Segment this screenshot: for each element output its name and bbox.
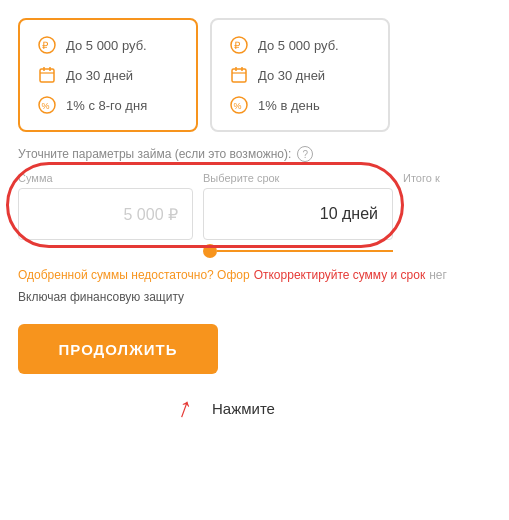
financial-protection-text: Включая финансовую защиту	[18, 290, 184, 304]
svg-text:₽: ₽	[234, 40, 241, 51]
amount-field-group: Сумма 5 000 ₽	[18, 172, 193, 240]
percent-icon-2: %	[228, 94, 250, 116]
card-1-text-1: До 5 000 руб.	[66, 38, 147, 53]
card-2-item-1: ₽ До 5 000 руб.	[228, 34, 372, 56]
card-2-item-2: До 30 дней	[228, 64, 372, 86]
card-1-item-2: До 30 дней	[36, 64, 180, 86]
params-label-text: Уточните параметры займа (если это возмо…	[18, 147, 291, 161]
card-1[interactable]: ₽ До 5 000 руб. До 30 дней %	[18, 18, 198, 132]
neg-link: нег	[429, 268, 447, 282]
term-value: 10 дней	[320, 205, 378, 223]
term-display: 10 дней	[203, 188, 393, 240]
card-2-text-2: До 30 дней	[258, 68, 325, 83]
inputs-row: Сумма 5 000 ₽ Выберите срок 10 дней Итог…	[18, 172, 491, 258]
amount-label: Сумма	[18, 172, 193, 184]
calendar-icon-2	[228, 64, 250, 86]
amount-input[interactable]: 5 000 ₽	[18, 188, 193, 240]
card-2[interactable]: ₽ До 5 000 руб. До 30 дней %	[210, 18, 390, 132]
nazhmite-text: Нажмите	[212, 400, 275, 417]
params-section: Уточните параметры займа (если это возмо…	[0, 146, 509, 258]
amount-placeholder: 5 000 ₽	[124, 205, 178, 224]
card-1-text-2: До 30 дней	[66, 68, 133, 83]
ruble-icon-1: ₽	[36, 34, 58, 56]
cards-container: ₽ До 5 000 руб. До 30 дней %	[0, 0, 509, 146]
svg-text:₽: ₽	[42, 40, 49, 51]
term-label: Выберите срок	[203, 172, 393, 184]
total-label: Итого к	[403, 172, 440, 184]
term-slider[interactable]	[203, 240, 393, 258]
slider-thumb[interactable]	[203, 244, 217, 258]
total-col: Итого к	[403, 172, 440, 188]
svg-rect-2	[40, 69, 54, 82]
help-icon[interactable]: ?	[297, 146, 313, 162]
params-label: Уточните параметры займа (если это возмо…	[18, 146, 491, 162]
card-1-text-3: 1% с 8-го дня	[66, 98, 147, 113]
svg-text:%: %	[42, 101, 50, 111]
term-field-group: Выберите срок 10 дней	[203, 172, 393, 258]
insufficient-link[interactable]: Одобренной суммы недостаточно? Офор	[18, 268, 250, 282]
svg-text:%: %	[234, 101, 242, 111]
card-1-item-3: % 1% с 8-го дня	[36, 94, 180, 116]
card-2-text-3: 1% в день	[258, 98, 320, 113]
card-2-item-3: % 1% в день	[228, 94, 372, 116]
bottom-row: ↑ Нажмите	[0, 384, 509, 424]
percent-icon-1: %	[36, 94, 58, 116]
slider-track	[217, 250, 393, 252]
inputs-container: Сумма 5 000 ₽ Выберите срок 10 дней Итог…	[18, 172, 491, 258]
svg-rect-10	[232, 69, 246, 82]
financial-protection: Включая финансовую защиту	[0, 286, 509, 318]
calendar-icon-1	[36, 64, 58, 86]
ruble-icon-2: ₽	[228, 34, 250, 56]
card-1-item-1: ₽ До 5 000 руб.	[36, 34, 180, 56]
continue-button[interactable]: ПРОДОЛЖИТЬ	[18, 324, 218, 374]
card-2-text-1: До 5 000 руб.	[258, 38, 339, 53]
links-row: Одобренной суммы недостаточно? Офор Отко…	[0, 258, 509, 286]
continue-btn-wrap: ПРОДОЛЖИТЬ	[0, 318, 509, 384]
correct-link[interactable]: Откорректируйте сумму и срок	[254, 268, 426, 282]
arrow-icon: ↑	[173, 391, 197, 426]
